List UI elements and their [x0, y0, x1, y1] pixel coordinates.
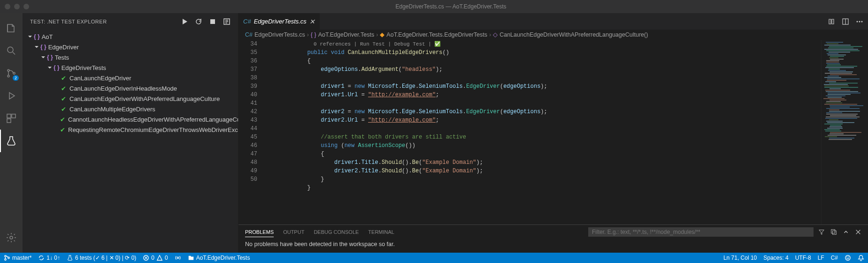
- svg-point-12: [859, 21, 860, 22]
- show-log-icon[interactable]: [223, 18, 230, 25]
- svg-point-17: [5, 259, 7, 261]
- tab-active[interactable]: C# EdgeDriverTests.cs ✕: [238, 13, 320, 30]
- error-icon: [143, 255, 149, 261]
- editor-tabs: C# EdgeDriverTests.cs ✕: [238, 13, 868, 30]
- more-actions-icon[interactable]: [856, 18, 863, 25]
- project-selector[interactable]: AoT.EdgeDriver.Tests: [188, 255, 250, 261]
- namespace-icon: { }: [54, 64, 60, 71]
- svg-point-21: [845, 255, 851, 261]
- feedback-icon[interactable]: [845, 255, 851, 261]
- eol[interactable]: LF: [818, 255, 824, 261]
- cursor-position[interactable]: Ln 71, Col 10: [723, 255, 757, 261]
- namespace-icon: { }: [34, 33, 40, 40]
- test-icon[interactable]: [0, 130, 23, 152]
- tree-root[interactable]: { } AoT: [23, 31, 238, 42]
- encoding[interactable]: UTF-8: [795, 255, 811, 261]
- svg-point-7: [10, 236, 13, 239]
- language-mode[interactable]: C#: [831, 255, 838, 261]
- test-pass-icon: ✔: [60, 75, 67, 81]
- svg-rect-8: [210, 19, 215, 24]
- close-icon[interactable]: ✕: [309, 18, 315, 25]
- class-icon: ◆: [380, 31, 384, 38]
- svg-point-20: [177, 257, 179, 259]
- explorer-icon[interactable]: [0, 17, 23, 39]
- test-item[interactable]: ✔CanLaunchEdgeDriverInHeadlessMode: [23, 83, 238, 93]
- panel-tab-debug[interactable]: DEBUG CONSOLE: [314, 227, 359, 237]
- panel-tab-terminal[interactable]: TERMINAL: [368, 227, 394, 237]
- collapse-all-icon[interactable]: [830, 229, 837, 235]
- svg-rect-6: [7, 119, 11, 123]
- split-editor-icon[interactable]: [842, 18, 849, 25]
- run-all-icon[interactable]: [181, 18, 188, 25]
- bottom-panel: PROBLEMS OUTPUT DEBUG CONSOLE TERMINAL N…: [238, 224, 868, 253]
- svg-point-22: [847, 257, 847, 257]
- svg-point-2: [8, 75, 9, 77]
- minimap[interactable]: [821, 40, 868, 224]
- minimize-window[interactable]: [14, 4, 20, 9]
- test-item[interactable]: ✔CanLaunchMultipleEdgeDrivers: [23, 104, 238, 114]
- breadcrumbs[interactable]: C# EdgeDriverTests.cs › { } AoT.EdgeDriv…: [238, 30, 868, 40]
- svg-rect-15: [832, 231, 836, 234]
- tests-status[interactable]: 6 tests (✓ 6 | ✕ 0) | ⟳ 0): [67, 255, 136, 261]
- warning-icon: [156, 255, 163, 261]
- chevron-down-icon: [26, 33, 34, 40]
- settings-icon[interactable]: [0, 226, 23, 249]
- indentation[interactable]: Spaces: 4: [763, 255, 788, 261]
- chevron-down-icon: [39, 54, 47, 61]
- test-item[interactable]: ✔CanLaunchEdgeDriver: [23, 73, 238, 83]
- stop-icon[interactable]: [209, 18, 216, 25]
- close-panel-icon[interactable]: [855, 229, 861, 235]
- tree-group[interactable]: { } Tests: [23, 52, 238, 62]
- sync-icon: [38, 255, 45, 261]
- svg-rect-4: [7, 114, 11, 118]
- beaker-icon: [67, 255, 73, 261]
- folder-icon: [188, 255, 194, 261]
- namespace-icon: { }: [47, 54, 53, 61]
- git-sync[interactable]: 1↓ 0↑: [38, 255, 60, 261]
- git-branch[interactable]: master*: [4, 255, 31, 261]
- debug-icon[interactable]: [0, 85, 23, 107]
- status-bar: master* 1↓ 0↑ 6 tests (✓ 6 | ✕ 0) | ⟳ 0)…: [0, 253, 868, 263]
- refresh-icon[interactable]: [195, 18, 202, 25]
- svg-point-23: [848, 257, 849, 257]
- panel-tab-output[interactable]: OUTPUT: [283, 227, 304, 237]
- test-item[interactable]: ✔CannotLaunchHeadlessEdgeDriverWithAPref…: [23, 114, 238, 124]
- svg-point-11: [857, 21, 858, 22]
- scm-badge: 2: [13, 75, 19, 81]
- panel-tab-problems[interactable]: PROBLEMS: [245, 227, 274, 237]
- live-share[interactable]: [175, 255, 181, 261]
- csharp-file-icon: C#: [245, 31, 253, 38]
- maximize-window[interactable]: [23, 4, 29, 9]
- compare-icon[interactable]: [828, 18, 835, 25]
- chevron-down-icon: [33, 43, 40, 51]
- namespace-icon: { }: [40, 44, 46, 50]
- chevron-up-icon[interactable]: [843, 229, 849, 235]
- window-title: EdgeDriverTests.cs — AoT.EdgeDriver.Test…: [38, 3, 863, 10]
- test-pass-icon: ✔: [60, 85, 67, 92]
- problems-filter-input[interactable]: [588, 227, 814, 237]
- errors-warnings[interactable]: 0 0: [143, 255, 168, 261]
- tree-ns[interactable]: { } EdgeDriver: [23, 42, 238, 52]
- filter-icon[interactable]: [818, 229, 825, 235]
- test-item[interactable]: ✔CanLaunchEdgeDriverWithAPreferredLangua…: [23, 93, 238, 104]
- test-pass-icon: ✔: [60, 106, 67, 112]
- test-pass-icon: ✔: [60, 126, 65, 133]
- chevron-down-icon: [46, 64, 54, 71]
- notifications-icon[interactable]: [858, 255, 864, 261]
- test-explorer-sidebar: TEST: .NET TEST EXPLORER { } AoT { } Edg…: [23, 13, 238, 253]
- test-pass-icon: ✔: [60, 116, 65, 123]
- problems-message: No problems have been detected in the wo…: [238, 239, 868, 249]
- close-window[interactable]: [5, 4, 10, 9]
- extensions-icon[interactable]: [0, 107, 23, 130]
- search-icon[interactable]: [0, 39, 23, 62]
- scm-icon[interactable]: 2: [0, 62, 23, 85]
- svg-point-13: [861, 21, 863, 22]
- tree-class[interactable]: { } EdgeDriverTests: [23, 62, 238, 73]
- svg-rect-5: [12, 114, 15, 118]
- code-editor[interactable]: 3435363738394041424344454647484950 0 ref…: [238, 40, 821, 224]
- activity-bar: 2: [0, 13, 23, 253]
- tab-label: EdgeDriverTests.cs: [254, 18, 307, 25]
- test-item[interactable]: ✔RequestingRemoteChromiumEdgeDriverThrow…: [23, 124, 238, 135]
- svg-rect-14: [831, 230, 835, 233]
- broadcast-icon: [175, 255, 181, 261]
